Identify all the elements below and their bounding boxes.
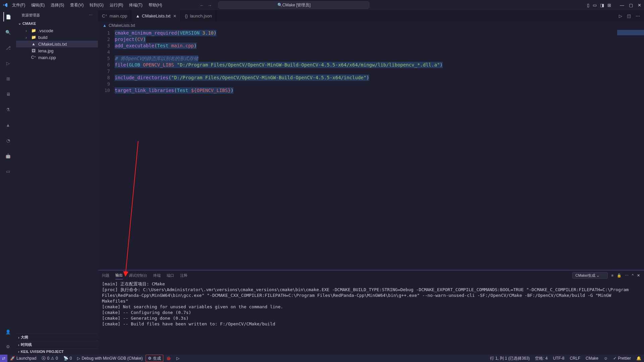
sidebar-keil[interactable]: › KEIL UVISION PROJECT bbox=[16, 348, 98, 355]
panel-tab-1[interactable]: 输出 bbox=[115, 271, 123, 279]
panel-tabs: 问题输出调试控制台终端端口注释 CMake/生成 ⌄ ≡ 🔒 ⋯ ^ ✕ bbox=[98, 270, 644, 280]
panel-tab-2[interactable]: 调试控制台 bbox=[129, 272, 147, 279]
activity-debug-icon[interactable]: ▷ bbox=[3, 58, 13, 68]
tab-main-cpp[interactable]: C⁺main.cpp bbox=[98, 10, 131, 22]
minimap[interactable] bbox=[617, 29, 644, 270]
activity-settings-icon[interactable]: ⚙ bbox=[3, 342, 13, 351]
toggle-primary-sidebar-icon[interactable]: ▯ bbox=[587, 3, 589, 8]
sb-feedback-icon[interactable]: ☺ bbox=[601, 355, 610, 362]
window-close-icon[interactable]: ✕ bbox=[638, 3, 641, 8]
activitybar: 📄 🔍 ⎇ ▷ ⊞ 🖥 ⚗ ▲ ◔ 🤖 ▭ 👤 ⚙ bbox=[0, 10, 16, 355]
tab-launch-json[interactable]: {}launch.json bbox=[181, 10, 216, 22]
project-name: CMAKE bbox=[22, 21, 36, 26]
nav-forward-icon[interactable]: → bbox=[207, 3, 212, 8]
sb-eol[interactable]: CRLF bbox=[567, 355, 583, 362]
activity-robot-icon[interactable]: 🤖 bbox=[3, 151, 13, 161]
activity-explorer-icon[interactable]: 📄 bbox=[3, 12, 13, 21]
sidebar-more-icon[interactable]: ⋯ bbox=[89, 13, 93, 17]
activity-account-icon[interactable]: 👤 bbox=[3, 327, 13, 336]
folder-icon: 📁 bbox=[31, 35, 36, 40]
panel-maximize-icon[interactable]: ^ bbox=[632, 273, 634, 277]
sb-cursor-position[interactable]: 行 1, 列 1 (已选择363) bbox=[487, 355, 532, 362]
sidebar-header: 资源管理器 ⋯ bbox=[16, 10, 98, 20]
cpp-icon: C⁺ bbox=[102, 13, 107, 18]
activity-remote-icon[interactable]: 🖥 bbox=[3, 89, 13, 99]
image-icon: 🖼 bbox=[31, 48, 36, 53]
activity-layout-icon[interactable]: ▭ bbox=[3, 167, 13, 176]
menu-selection[interactable]: 选择(S) bbox=[49, 2, 66, 9]
sb-encoding[interactable]: UTF-8 bbox=[550, 355, 567, 362]
search-label: CMake [管理员] bbox=[282, 2, 311, 8]
activity-cmake-icon[interactable]: ▲ bbox=[3, 120, 13, 130]
tab-label: CMakeLists.txt bbox=[142, 13, 170, 18]
menu-terminal[interactable]: 终端(T) bbox=[127, 2, 144, 9]
titlebar: 文件(F) 编辑(E) 选择(S) 查看(V) 转到(G) 运行(R) 终端(T… bbox=[0, 0, 644, 10]
layout-customize-icon[interactable]: ⊞ bbox=[607, 3, 611, 8]
window-minimize-icon[interactable]: — bbox=[620, 3, 624, 8]
output-body[interactable]: [main] 正在配置项目: CMake [proc] 执行命令: C:\Use… bbox=[98, 280, 644, 355]
command-center[interactable]: 🔍 CMake [管理员] bbox=[218, 1, 369, 9]
sb-run-icon[interactable]: ▷ bbox=[174, 355, 182, 362]
tree-item-build[interactable]: ›📁build bbox=[16, 34, 98, 41]
sb-indentation[interactable]: 空格: 4 bbox=[532, 355, 550, 362]
sb-debug-kit[interactable]: ▷ Debug with MinGW GDB (CMake) bbox=[74, 355, 145, 362]
remote-indicator[interactable]: ⇄ bbox=[0, 355, 7, 362]
menu-help[interactable]: 帮助(H) bbox=[147, 2, 164, 9]
menu-edit[interactable]: 编辑(E) bbox=[29, 2, 47, 9]
sidebar-project-header[interactable]: ⌄ CMAKE bbox=[16, 20, 98, 27]
output-channel-select[interactable]: CMake/生成 ⌄ bbox=[572, 272, 608, 279]
activity-scm-icon[interactable]: ⎇ bbox=[3, 43, 13, 52]
panel-tab-4[interactable]: 端口 bbox=[167, 272, 174, 279]
menu-run[interactable]: 运行(R) bbox=[108, 2, 125, 9]
activity-extensions-icon[interactable]: ⊞ bbox=[3, 74, 13, 83]
sb-prettier[interactable]: ✓ Prettier bbox=[610, 355, 634, 362]
toggle-secondary-sidebar-icon[interactable]: ◨ bbox=[600, 3, 604, 8]
sb-language[interactable]: CMake bbox=[583, 355, 601, 362]
activity-timer-icon[interactable]: ◔ bbox=[3, 136, 13, 145]
code-editor[interactable]: 12345678910 cmake_minimum_required(VERSI… bbox=[98, 29, 644, 270]
tab-CMakeLists-txt[interactable]: ▲CMakeLists.txt✕ bbox=[131, 10, 181, 22]
sb-ports[interactable]: 📡 0 bbox=[61, 355, 75, 362]
editor-area: C⁺main.cpp▲CMakeLists.txt✕{}launch.json … bbox=[98, 10, 644, 355]
sidebar-outline[interactable]: › 大纲 bbox=[16, 333, 98, 341]
tree-item-lena-jpg[interactable]: 🖼lena.jpg bbox=[16, 47, 98, 54]
filter-icon[interactable]: ≡ bbox=[611, 273, 613, 277]
activity-testing-icon[interactable]: ⚗ bbox=[3, 105, 13, 114]
cmake-icon: ▲ bbox=[136, 13, 140, 18]
sb-notifications-icon[interactable]: 🔔 bbox=[634, 355, 644, 362]
tab-label: launch.json bbox=[190, 13, 212, 18]
panel-close-icon[interactable]: ✕ bbox=[637, 273, 640, 278]
cpp-icon: C⁺ bbox=[31, 55, 36, 60]
window-maximize-icon[interactable]: ▢ bbox=[629, 3, 633, 8]
tree-item-main-cpp[interactable]: C⁺main.cpp bbox=[16, 54, 98, 61]
close-icon[interactable]: ✕ bbox=[173, 14, 176, 18]
tree-item-CMakeLists-txt[interactable]: ▲CMakeLists.txt bbox=[16, 41, 98, 47]
panel-tab-3[interactable]: 终端 bbox=[153, 272, 161, 279]
run-icon[interactable]: ▷ bbox=[619, 13, 622, 18]
panel-tab-0[interactable]: 问题 bbox=[102, 272, 109, 279]
sb-build-button[interactable]: ⚙ 生成 bbox=[146, 355, 163, 362]
toggle-panel-icon[interactable]: ▭ bbox=[593, 3, 597, 8]
split-editor-icon[interactable]: ◫ bbox=[627, 13, 631, 18]
nav-back-icon[interactable]: ← bbox=[200, 3, 204, 8]
panel-more-icon[interactable]: ⋯ bbox=[625, 273, 629, 278]
menu-goto[interactable]: 转到(G) bbox=[88, 2, 105, 9]
menu-file[interactable]: 文件(F) bbox=[10, 2, 27, 9]
sb-launchpad[interactable]: 🚀 Launchpad bbox=[7, 355, 39, 362]
tree-item-label: main.cpp bbox=[38, 55, 56, 60]
activity-search-icon[interactable]: 🔍 bbox=[3, 28, 13, 37]
panel-tab-5[interactable]: 注释 bbox=[180, 272, 187, 279]
lock-scroll-icon[interactable]: 🔒 bbox=[617, 273, 622, 278]
cmake-file-icon: ▲ bbox=[103, 23, 107, 28]
sb-problems[interactable]: ⓧ 0 ⚠ 0 bbox=[39, 355, 60, 362]
breadcrumb[interactable]: ▲ CMakeLists.txt bbox=[98, 22, 644, 29]
line-gutter: 12345678910 bbox=[98, 29, 115, 270]
sidebar-timeline[interactable]: › 时间线 bbox=[16, 341, 98, 348]
more-actions-icon[interactable]: ⋯ bbox=[636, 13, 640, 18]
minimap-viewport[interactable] bbox=[617, 30, 644, 35]
menu-view[interactable]: 查看(V) bbox=[68, 2, 86, 9]
tree-item--vscode[interactable]: ›📁.vscode bbox=[16, 27, 98, 34]
editor-tabs: C⁺main.cpp▲CMakeLists.txt✕{}launch.json … bbox=[98, 10, 644, 22]
code-content[interactable]: cmake_minimum_required(VERSION 3.10)proj… bbox=[115, 29, 644, 270]
sb-debug-icon[interactable]: 🐞 bbox=[163, 355, 174, 362]
